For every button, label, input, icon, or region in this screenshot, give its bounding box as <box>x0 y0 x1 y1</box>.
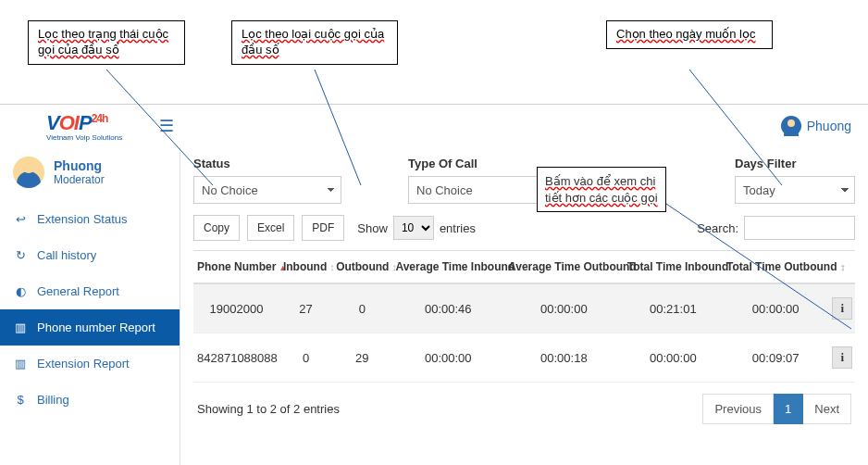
barchart-icon: ▥ <box>13 357 28 371</box>
days-label: Days Filter <box>735 157 855 170</box>
user-menu[interactable]: Phuong <box>781 116 851 136</box>
status-label: Status <box>193 157 341 170</box>
col-tot-out[interactable]: Total Time Outbound <box>723 251 828 284</box>
type-of-call-select[interactable]: No Choice <box>408 176 556 204</box>
table-row: 842871088088 0 29 00:00:00 00:00:18 00:0… <box>193 333 855 383</box>
share-icon: ↩ <box>13 212 28 226</box>
cell-avg-in: 00:00:00 <box>391 333 504 383</box>
user-name: Phuong <box>807 119 851 133</box>
cell-tot-in: 00:21:01 <box>624 283 723 333</box>
cell-outbound: 29 <box>332 333 391 383</box>
sidebar-item-label: Extension Status <box>37 212 128 226</box>
cell-avg-in: 00:00:46 <box>391 283 504 333</box>
col-phone[interactable]: Phone Number <box>193 251 279 284</box>
avatar <box>13 157 44 188</box>
logo: VOIP24h Vietnam Voip Solutions <box>46 111 122 142</box>
info-button[interactable]: i <box>832 297 852 320</box>
sidebar-item-label: Phone number Report <box>37 320 155 334</box>
col-tot-in[interactable]: Total Time Inbound <box>624 251 723 284</box>
col-inbound[interactable]: Inbound <box>279 251 332 284</box>
annotation-type: Lọc theo loại cuộc gọi của đầu số <box>231 20 398 65</box>
show-post: entries <box>440 221 476 235</box>
history-icon: ↻ <box>13 248 28 262</box>
sidebar-item-general-report[interactable]: ◐ General Report <box>0 273 180 309</box>
annotation-info: Bấm vào để xem chi tiết hơn các cuộc gọi <box>537 167 666 212</box>
cell-inbound: 0 <box>279 333 332 383</box>
cell-avg-out: 00:00:00 <box>504 283 624 333</box>
cell-phone: 842871088088 <box>193 333 279 383</box>
col-info[interactable] <box>828 251 855 284</box>
cell-phone: 19002000 <box>193 283 279 333</box>
hamburger-icon[interactable]: ☰ <box>159 116 174 136</box>
table-info: Showing 1 to 2 of 2 entries <box>197 402 340 416</box>
sidebar-item-call-history[interactable]: ↻ Call history <box>0 237 180 273</box>
table-row: 19002000 27 0 00:00:46 00:00:00 00:21:01… <box>193 283 855 333</box>
type-label: Type Of Call <box>408 157 556 170</box>
sidebar-role: Moderator <box>54 173 105 186</box>
cell-inbound: 27 <box>279 283 332 333</box>
avatar-icon <box>781 116 801 136</box>
cell-avg-out: 00:00:18 <box>504 333 624 383</box>
topbar: VOIP24h Vietnam Voip Solutions ☰ Phuong <box>0 105 868 147</box>
col-outbound[interactable]: Outbound <box>332 251 391 284</box>
days-filter-select[interactable]: Today <box>735 176 855 204</box>
col-avg-in[interactable]: Average Time Inbound <box>391 251 504 284</box>
main-content: Status No Choice Type Of Call No Choice … <box>180 147 868 465</box>
data-table: Phone Number Inbound Outbound Average Ti… <box>193 250 855 383</box>
pdf-button[interactable]: PDF <box>302 215 344 241</box>
page-length-select[interactable]: 10 <box>393 216 434 240</box>
status-select[interactable]: No Choice <box>193 176 341 204</box>
cell-tot-out: 00:09:07 <box>723 333 828 383</box>
sidebar-item-billing[interactable]: $ Billing <box>0 382 180 418</box>
dollar-icon: $ <box>13 393 28 407</box>
piechart-icon: ◐ <box>13 284 28 298</box>
cell-tot-out: 00:00:00 <box>723 283 828 333</box>
prev-button[interactable]: Previous <box>702 394 774 424</box>
pagination: Previous 1 Next <box>702 394 851 424</box>
show-pre: Show <box>357 221 388 235</box>
sidebar-item-label: Call history <box>37 248 96 262</box>
sidebar-item-label: Extension Report <box>37 357 130 371</box>
cell-outbound: 0 <box>332 283 391 333</box>
info-button[interactable]: i <box>832 346 852 369</box>
next-button[interactable]: Next <box>803 394 851 424</box>
sidebar-item-phone-number-report[interactable]: ▥ Phone number Report <box>0 309 180 346</box>
barchart-icon: ▥ <box>13 320 28 334</box>
sidebar: Phuong Moderator ↩ Extension Status ↻ Ca… <box>0 147 180 465</box>
search-label: Search: <box>697 221 738 235</box>
search-input[interactable] <box>744 216 855 240</box>
page-1-button[interactable]: 1 <box>774 394 803 424</box>
copy-button[interactable]: Copy <box>193 215 240 241</box>
col-avg-out[interactable]: Average Time Outbound <box>504 251 624 284</box>
excel-button[interactable]: Excel <box>247 215 294 241</box>
sidebar-username: Phuong <box>54 158 105 173</box>
sidebar-user: Phuong Moderator <box>0 147 180 201</box>
sidebar-item-extension-status[interactable]: ↩ Extension Status <box>0 201 180 237</box>
annotation-days: Chọn theo ngày muốn lọc <box>606 20 773 49</box>
sidebar-item-label: General Report <box>37 284 119 298</box>
annotation-status: Lọc theo trạng thái cuộc gọi của đầu số <box>28 20 185 65</box>
cell-tot-in: 00:00:00 <box>624 333 723 383</box>
sidebar-item-label: Billing <box>37 393 69 407</box>
sidebar-item-extension-report[interactable]: ▥ Extension Report <box>0 346 180 382</box>
